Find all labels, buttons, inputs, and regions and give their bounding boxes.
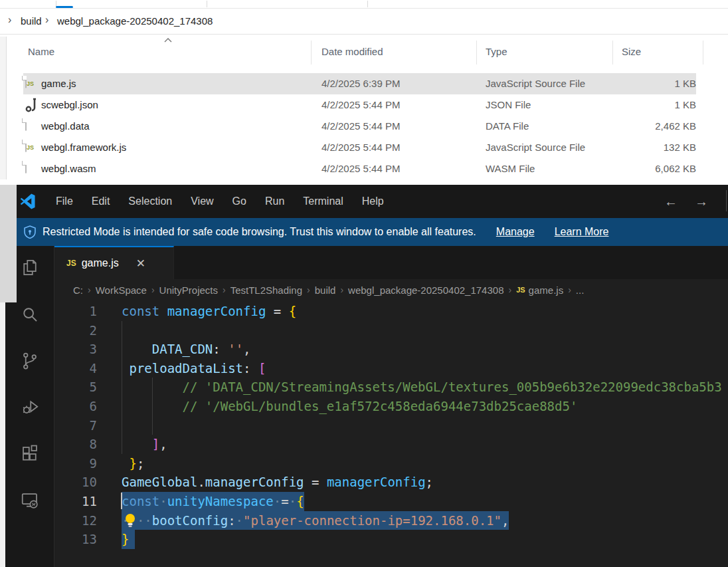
editor-group: JS game.js ✕ C:› WorkSpace› UnityProject… [54,246,728,567]
line-content: ····bootConfig:·"player-connection-ip=19… [122,511,509,530]
file-type: JavaScript Source File [486,142,585,153]
crumb-package[interactable]: webgl_package-20250402_174308 [348,284,503,296]
code-line[interactable]: 12····bootConfig:·"player-connection-ip=… [54,511,728,530]
line-number[interactable]: 5 [54,378,97,397]
line-number[interactable]: 13 [54,530,97,549]
table-row[interactable]: JS game.js 4/2/2025 6:39 PM JavaScript S… [23,73,696,94]
line-number[interactable]: 10 [54,473,97,492]
line-number[interactable]: 11 [54,492,97,511]
table-row[interactable]: webgl.data 4/2/2025 5:44 PM DATA File 2,… [23,116,696,137]
file-date: 4/2/2025 5:44 PM [321,99,400,110]
column-divider[interactable] [476,41,477,64]
source-control-icon[interactable] [20,351,40,371]
code-line[interactable]: 6 // '/WebGL/bundles_e1af572c458eda6944e… [54,397,728,416]
crumb-unityprojects[interactable]: UnityProjects [159,284,218,296]
line-number[interactable]: 6 [54,397,97,416]
file-type: WASM File [486,163,535,174]
line-number[interactable]: 9 [54,454,97,473]
menu-view[interactable]: View [181,193,223,210]
column-divider[interactable] [612,41,613,64]
chevron-right-icon: › [8,14,11,26]
code-line[interactable]: 7 [54,416,728,435]
navigate-back-icon[interactable]: ← [664,194,678,209]
menu-help[interactable]: Help [353,193,393,210]
crumb-symbol[interactable]: ... [576,284,585,296]
line-content: } [122,530,135,549]
column-header-name[interactable]: Name [28,46,54,57]
crumb-workspace[interactable]: WorkSpace [96,284,147,296]
column-header-size[interactable]: Size [622,46,641,57]
close-icon[interactable]: ✕ [136,257,145,271]
code-line[interactable]: 2 [54,321,728,340]
file-date: 4/2/2025 5:44 PM [321,142,400,153]
tab-game-js[interactable]: JS game.js ✕ [54,246,174,279]
line-number[interactable]: 2 [54,321,97,340]
vscode-logo-icon [20,193,36,209]
breadcrumb-package-folder[interactable]: webgl_package-20250402_174308 [57,15,213,27]
code-line[interactable]: 4 preloadDataList: [ [54,359,728,378]
explorer-column-headers: Name Date modified Type Size [0,35,728,68]
file-size: 1 KB [622,99,696,110]
line-content: DATA_CDN: '', [122,340,251,359]
column-divider[interactable] [703,41,703,64]
menu-go[interactable]: Go [223,193,256,210]
navigate-forward-icon[interactable]: → [695,194,708,209]
column-divider[interactable] [311,41,312,64]
file-size: 132 KB [622,142,696,153]
menu-selection[interactable]: Selection [119,193,181,210]
selection-highlight: ····bootConfig:·"player-connection-ip=19… [122,511,509,530]
file-date: 4/2/2025 5:44 PM [321,163,400,174]
table-row[interactable]: scwebgl.json 4/2/2025 5:44 PM JSON File … [23,94,696,116]
code-line[interactable]: 8 ], [54,435,728,454]
indent-guide [122,321,122,454]
menu-run[interactable]: Run [256,193,294,210]
code-line[interactable]: 13} [54,530,728,549]
line-content: ], [122,435,167,454]
explorer-breadcrumb: › build › webgl_package-20250402_174308 [0,9,728,35]
code-lines: 1const managerConfig = {23 DATA_CDN: '',… [54,302,728,549]
file-type: JSON File [486,99,531,110]
crumb-testtl2shading[interactable]: TestTL2Shading [230,284,302,296]
code-line[interactable]: 9 }; [54,454,728,473]
search-icon[interactable] [20,304,40,324]
code-line[interactable]: 5 // 'DATA_CDN/StreamingAssets/WebGL/tex… [54,378,728,397]
breadcrumb-build[interactable]: build [21,15,42,27]
menu-file[interactable]: File [46,193,82,210]
line-number[interactable]: 8 [54,435,97,454]
selection-highlight: } [122,530,135,549]
column-header-type[interactable]: Type [486,46,507,57]
column-header-date[interactable]: Date modified [321,46,383,57]
learn-more-link[interactable]: Learn More [555,226,609,238]
menu-terminal[interactable]: Terminal [294,193,352,210]
code-line[interactable]: 3 DATA_CDN: '', [54,340,728,359]
run-debug-icon[interactable] [20,397,40,417]
crumb-drive[interactable]: C: [73,284,83,296]
line-number[interactable]: 7 [54,416,97,435]
text-cursor [121,493,122,509]
code-line[interactable]: 11const·unityNamespace·=·{ [54,492,728,511]
toolbar-divider [207,1,207,7]
remote-explorer-icon[interactable] [20,491,40,510]
code-editor[interactable]: 1const managerConfig = {23 DATA_CDN: '',… [54,300,728,567]
file-icon [25,119,37,134]
crumb-file[interactable]: game.js [529,284,564,296]
lightbulb-icon[interactable] [124,512,137,528]
line-number[interactable]: 3 [54,340,97,359]
vscode-titlebar: File Edit Selection View Go Run Terminal… [5,185,728,218]
line-number[interactable]: 4 [54,359,97,378]
file-size: 6,062 KB [622,163,696,174]
code-line[interactable]: 10GameGlobal.managerConfig = managerConf… [54,473,728,492]
table-row[interactable]: webgl.wasm 4/2/2025 5:44 PM WASM File 6,… [23,158,696,179]
line-number[interactable]: 12 [54,511,97,530]
explorer-icon[interactable] [20,258,40,278]
toolbar-accent [56,6,73,8]
line-number[interactable]: 1 [54,302,97,321]
file-date: 4/2/2025 5:44 PM [321,120,400,132]
menu-edit[interactable]: Edit [82,193,120,210]
js-file-icon: JS [25,76,37,91]
manage-link[interactable]: Manage [496,226,535,238]
code-line[interactable]: 1const managerConfig = { [54,302,728,321]
crumb-build[interactable]: build [315,284,336,296]
extensions-icon[interactable] [20,444,40,464]
table-row[interactable]: JS webgl.framework.js 4/2/2025 5:44 PM J… [23,137,696,158]
